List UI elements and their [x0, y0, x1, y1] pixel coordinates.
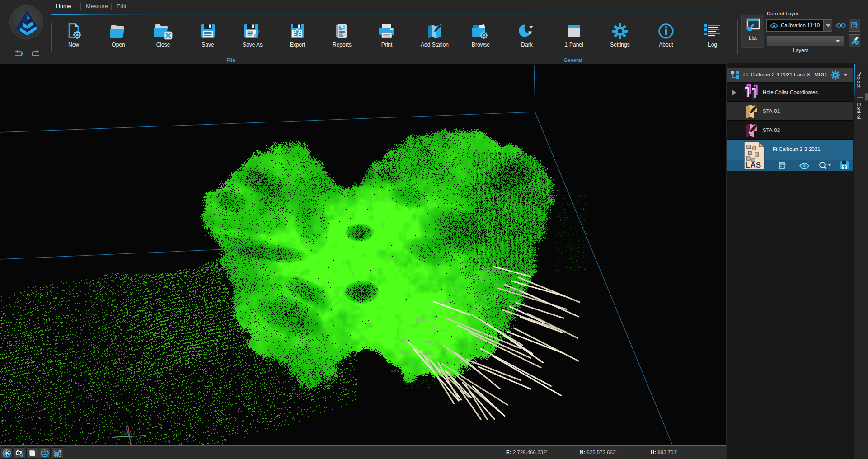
svg-text:LAS: LAS — [746, 161, 761, 169]
